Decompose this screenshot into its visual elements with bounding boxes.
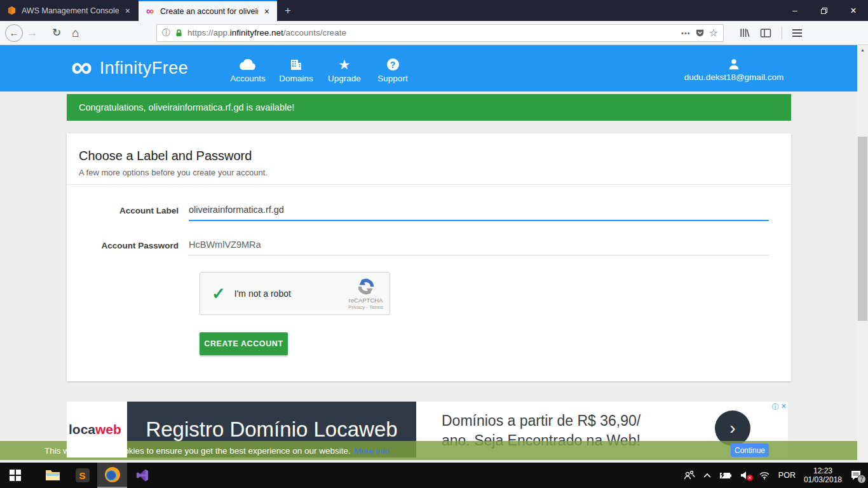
- account-label-input[interactable]: oliveirainformatica.rf.gd: [189, 205, 284, 215]
- sublime-text-button[interactable]: S: [67, 463, 97, 488]
- account-password-label: Account Password: [67, 241, 179, 250]
- page-viewport: ∞ InfinityFree Accounts Domains ★: [0, 45, 868, 463]
- sidebar-toggle-icon[interactable]: [760, 28, 771, 38]
- language-indicator[interactable]: POR: [778, 471, 796, 480]
- brand-name: InfinityFree: [100, 58, 189, 78]
- infinity-logo-icon: ∞: [71, 52, 92, 81]
- infinityfree-logo[interactable]: ∞ InfinityFree: [71, 45, 188, 92]
- card-title: Choose a Label and Password: [67, 133, 791, 163]
- success-banner: Congratulations, oliveirainformatica.rf.…: [67, 94, 791, 121]
- ad-logo-panel: locaweb: [67, 402, 127, 458]
- tab-infinityfree-create[interactable]: ∞ Create an account for oliveirain ×: [139, 0, 277, 21]
- tab-aws-console[interactable]: AWS Management Console ×: [0, 0, 139, 21]
- https-lock-icon: [175, 29, 183, 37]
- minimize-button[interactable]: –: [780, 0, 810, 21]
- account-label-label: Account Label: [67, 206, 179, 215]
- adchoices-info-icon[interactable]: ⓘ: [772, 402, 779, 412]
- nav-label: Upgrade: [328, 74, 361, 83]
- toolbar-separator: [782, 27, 782, 39]
- account-label-underline: [189, 220, 769, 221]
- browser-titlebar: AWS Management Console × ∞ Create an acc…: [0, 0, 868, 21]
- library-icon[interactable]: [739, 27, 750, 38]
- restore-icon: [821, 8, 827, 14]
- user-menu[interactable]: dudu.dekst18@gmail.com: [677, 45, 791, 92]
- system-tray: ✕ POR 12:23 01/03/2018 7: [684, 466, 868, 484]
- toolbar-right: [739, 27, 811, 39]
- url-domain: infinityfree.net: [230, 28, 283, 37]
- battery-icon[interactable]: [719, 471, 732, 479]
- close-button[interactable]: ×: [839, 0, 868, 21]
- scrollbar-thumb[interactable]: [858, 137, 867, 321]
- create-account-button[interactable]: CREATE ACCOUNT: [200, 332, 288, 355]
- locaweb-logo: locaweb: [69, 422, 121, 437]
- user-email: dudu.dekst18@gmail.com: [684, 72, 783, 82]
- card-divider: [67, 184, 791, 185]
- firefox-icon: [105, 467, 120, 482]
- window-controls: – ×: [780, 0, 868, 21]
- ad-close-icon[interactable]: ✕: [781, 402, 787, 412]
- cookie-more-info-link[interactable]: More info: [354, 446, 390, 456]
- tab-close-icon[interactable]: ×: [124, 6, 132, 16]
- nav-item-accounts[interactable]: Accounts: [224, 45, 272, 92]
- restore-button[interactable]: [810, 0, 839, 21]
- url-bar[interactable]: ⓘ https://app.infinityfree.net/accounts/…: [156, 24, 724, 42]
- back-button[interactable]: ←: [5, 24, 23, 42]
- account-password-input[interactable]: HcBWmlVZ9MRa: [189, 240, 261, 250]
- url-text[interactable]: https://app.infinityfree.net/accounts/cr…: [187, 28, 677, 37]
- taskbar: S ✕ POR 12:23 01/03/: [0, 463, 868, 488]
- forward-button[interactable]: →: [23, 27, 42, 39]
- browser-toolbar: ← → ↻ ⌂ ⓘ https://app.infinityfree.net/a…: [0, 21, 868, 45]
- cloud-icon: [240, 58, 256, 72]
- firefox-button[interactable]: [97, 463, 127, 488]
- recaptcha-logo-icon: [357, 278, 375, 295]
- recaptcha-brand: reCAPTCHA Privacy - Terms: [348, 278, 383, 310]
- people-icon[interactable]: [684, 470, 695, 480]
- nav-label: Support: [377, 74, 407, 83]
- url-scheme: https://app.: [187, 28, 230, 37]
- recaptcha-checkmark-icon[interactable]: ✓: [212, 284, 226, 304]
- clock[interactable]: 12:23 01/03/2018: [804, 466, 842, 484]
- nav-item-domains[interactable]: Domains: [272, 45, 320, 92]
- notification-badge: 7: [857, 475, 866, 484]
- page-scrollbar[interactable]: ▲: [857, 45, 868, 463]
- page-actions-button[interactable]: •••: [681, 29, 691, 37]
- volume-muted-icon[interactable]: ✕: [740, 471, 750, 480]
- tray-time: 12:23: [804, 466, 842, 475]
- hamburger-menu-icon[interactable]: [792, 29, 802, 37]
- show-hidden-icons-chevron[interactable]: [703, 473, 711, 478]
- tray-date: 01/03/2018: [804, 475, 842, 484]
- start-button[interactable]: [0, 463, 30, 488]
- new-tab-button[interactable]: +: [277, 0, 299, 21]
- adchoices: ⓘ ✕: [772, 402, 787, 412]
- user-icon: [727, 57, 741, 71]
- url-path: /accounts/create: [283, 28, 346, 37]
- file-explorer-button[interactable]: [37, 463, 67, 488]
- nav-label: Domains: [279, 74, 313, 83]
- recaptcha-privacy-terms[interactable]: Privacy - Terms: [348, 304, 383, 310]
- visual-studio-button[interactable]: [127, 463, 157, 488]
- nav-item-support[interactable]: ? Support: [369, 45, 417, 92]
- pocket-icon[interactable]: [695, 28, 705, 37]
- create-account-card: Choose a Label and Password A few more o…: [67, 133, 791, 381]
- aws-favicon-icon: [6, 6, 17, 16]
- recaptcha-widget[interactable]: ✓ I'm not a robot reCAPTCHA Privacy - Te…: [200, 272, 390, 315]
- nav-item-upgrade[interactable]: ★ Upgrade: [320, 45, 369, 92]
- ad-line1: Domínios a partir de R$ 36,90/: [442, 411, 641, 431]
- scrollbar-up-icon[interactable]: ▲: [857, 45, 868, 52]
- account-password-underline: [189, 255, 769, 255]
- reload-button[interactable]: ↻: [47, 26, 66, 39]
- home-button[interactable]: ⌂: [66, 26, 85, 40]
- question-icon: ?: [387, 58, 399, 72]
- notification-center-button[interactable]: 7: [850, 470, 862, 480]
- cookie-consent-bar: This website uses cookies to ensure you …: [0, 441, 868, 460]
- tab-close-icon[interactable]: ×: [263, 6, 271, 17]
- bookmark-star-icon[interactable]: ☆: [709, 27, 718, 39]
- wifi-icon[interactable]: [759, 471, 770, 480]
- cookie-continue-button[interactable]: Continue: [731, 444, 769, 457]
- page-info-icon[interactable]: ⓘ: [162, 27, 170, 39]
- screen: AWS Management Console × ∞ Create an acc…: [0, 0, 868, 488]
- mute-badge-icon: ✕: [747, 475, 753, 481]
- recaptcha-name: reCAPTCHA: [349, 297, 383, 304]
- tab-title: Create an account for oliveirain: [160, 7, 258, 16]
- star-icon: ★: [339, 58, 351, 72]
